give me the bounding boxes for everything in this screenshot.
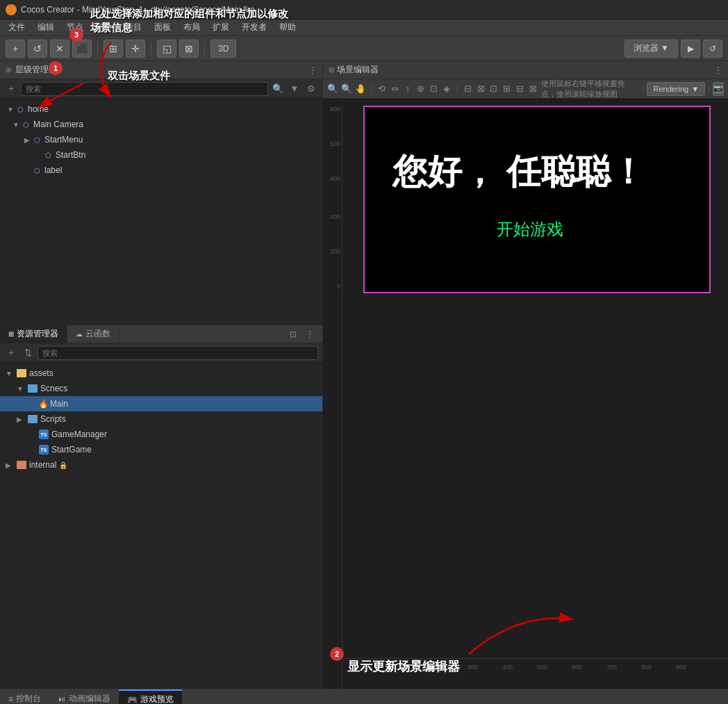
scene-zoom-minus[interactable]: 🔍: [327, 82, 338, 96]
menu-panel[interactable]: 面板: [149, 20, 176, 35]
asset-label-assets: assets: [29, 368, 53, 378]
arrow-maincamera: ▼: [11, 120, 21, 129]
toolbar-edit-btn[interactable]: ⊠: [179, 40, 199, 58]
toolbar-refresh-btn[interactable]: ↺: [28, 40, 47, 58]
asset-item-scnecs[interactable]: ▼ Scnecs: [0, 381, 322, 396]
toolbar-3d-toggle[interactable]: 3D: [210, 40, 236, 58]
toolbar-cross-btn[interactable]: ✛: [126, 40, 145, 58]
toolbar-right: 浏览器 ▼ ▶ ↺: [624, 40, 722, 58]
main-toolbar: + ↺ ✕ ⬛ ⊞ ✛ ◱ ⊠ 3D 浏览器 ▼ ▶ ↺: [0, 36, 728, 61]
console-label: 控制台: [16, 693, 41, 704]
folder-icon-assets: [17, 369, 26, 377]
ruler-y-500: 500: [330, 140, 340, 147]
asset-item-assets[interactable]: ▼ assets: [0, 366, 322, 381]
menu-extension[interactable]: 扩展: [207, 20, 235, 35]
menu-component[interactable]: 组件: [90, 20, 118, 35]
scene-tool6[interactable]: ◈: [442, 82, 452, 96]
lock-icon-internal: 🔒: [59, 461, 67, 469]
ts-icon-gm: TS: [39, 429, 49, 439]
badge-3: 3: [69, 28, 83, 42]
scene-tool2[interactable]: ⇔: [390, 82, 400, 96]
asset-panel-icon2[interactable]: ⋮: [303, 327, 317, 341]
tree-item-home[interactable]: ▼ ⬡ home: [0, 101, 322, 117]
asset-add-btn[interactable]: +: [4, 346, 18, 360]
asset-item-startgame[interactable]: TS StartGame: [0, 442, 322, 457]
scene-hand-tool[interactable]: 🤚: [355, 82, 366, 96]
tree-item-startbtn[interactable]: ▶ ⬡ StartBtn: [0, 147, 322, 163]
menu-project[interactable]: 项目: [119, 20, 147, 35]
tab-cloud-function[interactable]: ☁ 云函数: [67, 325, 119, 343]
menu-file[interactable]: 文件: [3, 20, 31, 35]
asset-sort-btn[interactable]: ⇅: [21, 346, 35, 360]
asset-panel-toolbar: + ⇅: [0, 343, 322, 363]
scene-tool1[interactable]: ⟲: [377, 82, 387, 96]
scene-align1[interactable]: ⊟: [463, 82, 473, 96]
scene-align6[interactable]: ⊠: [528, 82, 538, 96]
tree-label-startbtn: StartBtn: [56, 150, 85, 160]
play-button[interactable]: ▶: [681, 40, 700, 58]
tree-item-label[interactable]: ▶ ⬡ label: [0, 163, 322, 178]
toolbar-sep-3: [204, 42, 205, 56]
scene-align5[interactable]: ⊟: [515, 82, 525, 96]
hierarchy-menu-icon[interactable]: ⋮: [308, 65, 317, 75]
node-icon-maincamera: ⬡: [21, 120, 31, 129]
arrow-home: ▼: [6, 104, 15, 114]
badge-1: 1: [49, 61, 63, 75]
arrow-startmenu: ▶: [22, 135, 32, 145]
toolbar-rect-btn[interactable]: ⬛: [72, 40, 92, 58]
tab-game-preview[interactable]: 🎮 游戏预览: [119, 689, 182, 705]
scene-menu-icon[interactable]: ⋮: [714, 65, 722, 75]
scene-editor: ⊞ 场景编辑器 ⋮ 🔍 🔍 🤚 | ⟲ ⇔ ↕ ⊕ ⊡ ◈ | ⊟ ⊠ ⊡ ⊞: [323, 61, 728, 689]
tab-console[interactable]: ≡ 控制台: [0, 689, 49, 705]
toolbar-close-btn[interactable]: ✕: [50, 40, 69, 58]
hierarchy-add-btn[interactable]: +: [4, 82, 18, 96]
hierarchy-filter-icon[interactable]: ▼: [288, 82, 301, 96]
refresh-right-button[interactable]: ↺: [703, 40, 722, 58]
toolbar-add-btn[interactable]: +: [6, 40, 25, 58]
toolbar-window-btn[interactable]: ◱: [157, 40, 176, 58]
tree-item-maincamera[interactable]: ▼ ⬡ Main Camera: [0, 117, 322, 132]
ruler-x-400: 400: [502, 664, 513, 671]
toolbar-grid-btn[interactable]: ⊞: [104, 40, 123, 58]
scene-align4[interactable]: ⊞: [502, 82, 512, 96]
scene-tool5[interactable]: ⊡: [429, 82, 439, 96]
badge-2: 2: [330, 647, 344, 661]
scene-align2[interactable]: ⊠: [476, 82, 486, 96]
asset-panel-icon1[interactable]: ⊡: [286, 327, 300, 341]
scene-zoom-plus[interactable]: 🔍: [341, 82, 352, 96]
hierarchy-search-input[interactable]: [21, 82, 268, 96]
ruler-y-100: 0: [337, 283, 340, 290]
ruler-x-800: 800: [641, 664, 652, 671]
menu-layout[interactable]: 布局: [178, 20, 206, 35]
asset-item-scripts[interactable]: ▶ Scripts: [0, 411, 322, 427]
camera-btn[interactable]: 📷: [713, 82, 724, 96]
asset-item-main[interactable]: 🔥 Main: [0, 396, 322, 411]
tab-asset-manager[interactable]: ⊞ 资源管理器: [0, 325, 67, 343]
rendering-btn[interactable]: Rendering ▼: [647, 82, 705, 96]
scene-grid-icon: ⊞: [329, 66, 334, 74]
asset-item-internal[interactable]: ▶ internal 🔒: [0, 457, 322, 473]
hierarchy-tree: ▼ ⬡ home ▼ ⬡ Main Camera ▶ ⬡ StartMenu: [0, 99, 322, 325]
tab-animation[interactable]: ⏯ 动画编辑器: [49, 689, 119, 705]
scene-tool3[interactable]: ↕: [403, 82, 413, 96]
browser-button[interactable]: 浏览器 ▼: [624, 40, 678, 58]
scene-toolbar: 🔍 🔍 🤚 | ⟲ ⇔ ↕ ⊕ ⊡ ◈ | ⊟ ⊠ ⊡ ⊞ ⊟ ⊠ 使用鼠标右键…: [323, 79, 728, 99]
right-panel: ⊞ 场景编辑器 ⋮ 🔍 🔍 🤚 | ⟲ ⇔ ↕ ⊕ ⊡ ◈ | ⊟ ⊠ ⊡ ⊞: [323, 61, 728, 689]
asset-label-internal: internal: [29, 460, 56, 470]
tree-item-startmenu[interactable]: ▶ ⬡ StartMenu: [0, 132, 322, 147]
window-title: Cocos Creator - MindYourStep_1 - db://as…: [21, 5, 255, 15]
asset-item-gamemanager[interactable]: TS GameManager: [0, 427, 322, 442]
asset-search-input[interactable]: [38, 346, 318, 360]
ruler-x-900: 900: [676, 664, 686, 671]
scene-tool4[interactable]: ⊕: [415, 82, 426, 96]
menu-edit[interactable]: 编辑: [32, 20, 60, 35]
hierarchy-settings-icon[interactable]: ⚙: [304, 82, 318, 96]
scene-align3[interactable]: ⊡: [489, 82, 499, 96]
ruler-x-300: 300: [468, 664, 478, 671]
menu-help[interactable]: 帮助: [274, 20, 301, 35]
hierarchy-search-icon[interactable]: 🔍: [271, 82, 285, 96]
scene-canvas[interactable]: 600 500 400 300 200 0 您好， 任聪聪！ 开始游戏: [323, 99, 728, 689]
menu-developer[interactable]: 开发者: [236, 20, 272, 35]
left-panel: ⊞ 层级管理器 ⋮ + 🔍 ▼ ⚙ ▼ ⬡ home ▼: [0, 61, 323, 689]
console-icon: ≡: [8, 694, 13, 704]
